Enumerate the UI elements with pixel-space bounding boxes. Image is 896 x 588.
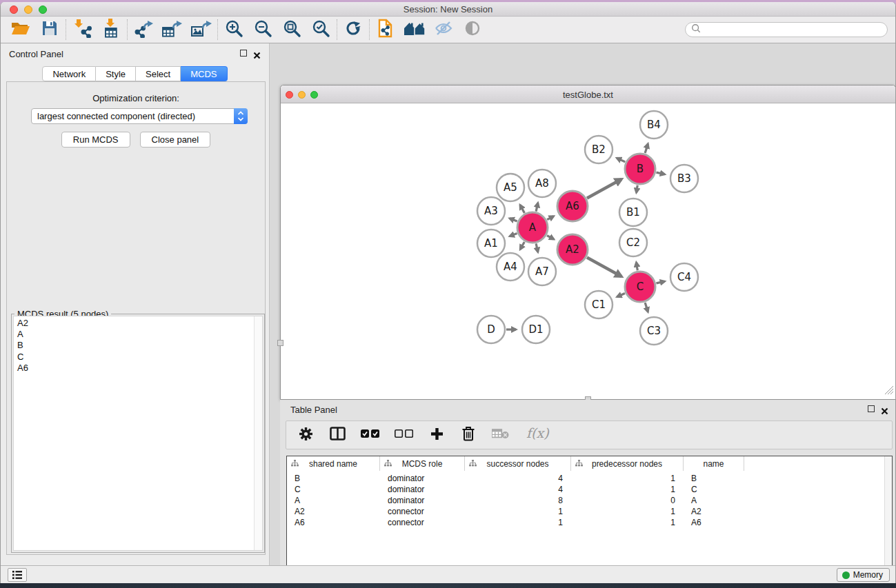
table-cell[interactable]: 8 bbox=[465, 495, 563, 506]
resize-grip-icon[interactable] bbox=[885, 385, 894, 398]
table-cell[interactable]: A bbox=[691, 495, 744, 506]
select-all-button[interactable] bbox=[361, 425, 379, 445]
table-cell[interactable]: 1 bbox=[571, 517, 675, 528]
table-cell[interactable]: A6 bbox=[295, 517, 379, 528]
save-session-button[interactable] bbox=[35, 18, 64, 41]
new-network-from-selection-button[interactable] bbox=[371, 18, 400, 41]
graph-edge-B-B4[interactable] bbox=[645, 144, 648, 153]
graph-node-label-D1: D1 bbox=[528, 323, 543, 336]
graph-edge-A-A4[interactable] bbox=[520, 242, 524, 250]
graph-edge-C-C4[interactable] bbox=[656, 281, 664, 283]
zoom-selected-button[interactable] bbox=[306, 18, 335, 41]
dropdown-stepper-icon bbox=[234, 108, 248, 124]
table-cell[interactable]: C bbox=[691, 484, 744, 495]
import-network-button[interactable] bbox=[68, 18, 97, 41]
graph-edge-A-A3[interactable] bbox=[510, 219, 517, 221]
mcds-result-item[interactable]: A6 bbox=[14, 363, 262, 374]
result-scrollbar[interactable] bbox=[254, 316, 262, 550]
table-cell[interactable]: 1 bbox=[465, 517, 563, 528]
column-header-successor-nodes[interactable]: successor nodes bbox=[465, 456, 571, 471]
toggle-columns-button[interactable] bbox=[329, 425, 346, 445]
show-all-button[interactable] bbox=[458, 18, 487, 41]
memory-button[interactable]: Memory bbox=[837, 568, 890, 582]
column-header-MCDS-role[interactable]: MCDS role bbox=[380, 456, 465, 471]
table-cell[interactable]: connector bbox=[388, 517, 464, 528]
mcds-result-item[interactable]: C bbox=[14, 352, 262, 363]
graph-edge-A-A2[interactable] bbox=[547, 236, 554, 239]
table-cell[interactable]: 4 bbox=[465, 473, 563, 484]
table-float-panel-icon[interactable] bbox=[868, 405, 875, 412]
tab-select[interactable]: Select bbox=[136, 66, 181, 81]
float-panel-icon[interactable] bbox=[240, 50, 247, 57]
zoom-in-button[interactable] bbox=[219, 18, 248, 41]
export-network-button[interactable] bbox=[129, 18, 158, 41]
graph-edge-C-C2[interactable] bbox=[636, 263, 637, 271]
column-header-name[interactable]: name bbox=[684, 456, 744, 471]
table-cell[interactable]: A2 bbox=[295, 506, 379, 517]
export-image-button[interactable] bbox=[187, 18, 216, 41]
table-cell[interactable]: C bbox=[295, 484, 379, 495]
mcds-result-list[interactable]: A2ABCA6 bbox=[13, 316, 263, 551]
graph-edge-B-B2[interactable] bbox=[617, 158, 625, 162]
toolbar-separator bbox=[66, 19, 66, 40]
table-cell[interactable]: 1 bbox=[571, 506, 675, 517]
open-file-button[interactable] bbox=[6, 18, 35, 41]
table-cell[interactable]: A6 bbox=[691, 517, 744, 528]
search-input[interactable] bbox=[701, 23, 887, 36]
close-panel-button[interactable]: Close panel bbox=[140, 132, 211, 148]
graph-edge-A2-C[interactable] bbox=[587, 258, 621, 276]
node-table[interactable]: shared nameMCDS rolesuccessor nodesprede… bbox=[286, 456, 893, 583]
tab-style[interactable]: Style bbox=[96, 66, 136, 81]
export-table-button[interactable] bbox=[158, 18, 187, 41]
delete-column-button[interactable] bbox=[460, 425, 477, 445]
graph-edge-A6-B[interactable] bbox=[587, 179, 621, 198]
column-header-predecessor-nodes[interactable]: predecessor nodes bbox=[571, 456, 684, 471]
task-history-button[interactable] bbox=[8, 568, 27, 582]
table-cell[interactable]: 1 bbox=[571, 473, 675, 484]
table-cell[interactable]: 1 bbox=[465, 506, 563, 517]
table-cell[interactable]: A2 bbox=[691, 506, 744, 517]
table-cell[interactable]: 1 bbox=[571, 484, 675, 495]
table-scrollbar[interactable] bbox=[884, 456, 892, 583]
mcds-result-item[interactable]: A bbox=[14, 329, 262, 340]
graph-edge-C-C3[interactable] bbox=[645, 303, 648, 312]
first-neighbors-button[interactable] bbox=[400, 18, 429, 41]
tab-mcds[interactable]: MCDS bbox=[181, 66, 227, 81]
optimization-criterion-dropdown[interactable]: largest connected component (directed) bbox=[31, 108, 248, 124]
mcds-result-item[interactable]: A2 bbox=[14, 318, 262, 329]
hide-selected-button[interactable] bbox=[429, 18, 458, 41]
table-cell[interactable]: 4 bbox=[465, 484, 563, 495]
graph-edge-A-A7[interactable] bbox=[536, 243, 538, 252]
add-column-button[interactable] bbox=[428, 425, 445, 445]
column-header-shared-name[interactable]: shared name bbox=[287, 456, 380, 471]
zoom-out-button[interactable] bbox=[248, 18, 277, 41]
apply-layout-button[interactable] bbox=[339, 18, 368, 41]
graph-edge-A-A5[interactable] bbox=[520, 205, 524, 213]
graph-edge-A-A1[interactable] bbox=[510, 234, 517, 236]
tab-network[interactable]: Network bbox=[42, 66, 96, 81]
deselect-all-button[interactable] bbox=[395, 425, 413, 445]
network-canvas[interactable]: B4B2BB3A5A8A6B1A3AA1C2A2A4A7C4CC1C3DD1 bbox=[281, 103, 895, 399]
graph-edge-C-C1[interactable] bbox=[617, 294, 625, 297]
table-cell[interactable]: B bbox=[295, 473, 379, 484]
graph-edge-B-B3[interactable] bbox=[656, 172, 664, 174]
table-cell[interactable]: connector bbox=[388, 506, 464, 517]
mcds-result-item[interactable]: B bbox=[14, 340, 262, 351]
close-panel-icon[interactable] bbox=[253, 50, 261, 62]
zoom-fit-button[interactable] bbox=[277, 18, 306, 41]
table-cell[interactable]: 0 bbox=[571, 495, 675, 506]
table-cell[interactable]: dominator bbox=[388, 484, 464, 495]
import-table-button[interactable] bbox=[97, 18, 126, 41]
table-cell[interactable]: A bbox=[295, 495, 379, 506]
graph-edge-A-A8[interactable] bbox=[536, 203, 538, 211]
table-close-panel-icon[interactable] bbox=[881, 405, 888, 418]
graph-edge-B-B1[interactable] bbox=[637, 185, 638, 193]
run-mcds-button[interactable]: Run MCDS bbox=[61, 132, 130, 148]
table-cell[interactable]: dominator bbox=[388, 495, 464, 506]
table-cell[interactable]: dominator bbox=[388, 473, 464, 484]
frame-left-handle[interactable] bbox=[277, 340, 283, 346]
search-field[interactable] bbox=[685, 22, 888, 37]
table-settings-button[interactable] bbox=[297, 425, 314, 445]
graph-edge-A-A6[interactable] bbox=[547, 216, 553, 220]
table-cell[interactable]: B bbox=[691, 473, 744, 484]
